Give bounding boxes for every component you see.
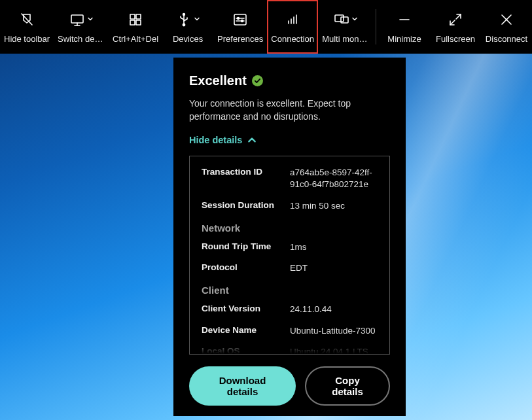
pin-off-icon <box>19 10 35 29</box>
toolbar-label: Ctrl+Alt+Del <box>113 34 158 44</box>
chevron-up-icon <box>247 135 257 145</box>
toolbar-devices[interactable]: Devices <box>162 0 213 54</box>
detail-value: 13 min 50 sec <box>290 200 378 212</box>
svg-line-23 <box>456 14 461 19</box>
detail-row: Session Duration13 min 50 sec <box>202 200 378 212</box>
toolbar-multi-monitor[interactable]: Multi monit... <box>318 0 373 54</box>
usb-icon <box>176 10 200 29</box>
network-heading: Network <box>202 222 378 234</box>
status-ok-icon <box>252 75 263 86</box>
svg-rect-7 <box>136 20 141 25</box>
copy-details-button[interactable]: Copy details <box>305 366 390 406</box>
detail-value: Ubuntu-Latitude-7300 <box>290 325 378 337</box>
toolbar-preferences[interactable]: Preferences <box>213 0 267 54</box>
monitor-icon <box>69 10 94 29</box>
detail-row: Round Trip Time1ms <box>202 241 378 253</box>
toolbar-fullscreen[interactable]: Fullscreen <box>430 0 481 54</box>
toolbar-label: Minimize <box>387 34 421 44</box>
close-icon <box>499 10 514 29</box>
detail-value: a764ab5e-8597-42ff-91c0-64f7b802721e <box>290 167 378 190</box>
svg-rect-11 <box>234 14 246 25</box>
svg-rect-20 <box>335 15 344 22</box>
svg-rect-1 <box>71 15 83 23</box>
svg-line-24 <box>450 20 455 25</box>
toolbar-label: Hide toolbar <box>4 34 50 44</box>
detail-value: 1ms <box>290 241 378 253</box>
minimize-icon <box>397 10 412 29</box>
svg-rect-4 <box>130 14 135 19</box>
detail-row: ProtocolEDT <box>202 262 378 274</box>
detail-value: Ubuntu 24.04.1 LTS (Noble Numbat) <box>290 346 378 355</box>
detail-row: Local OSUbuntu 24.04.1 LTS (Noble Numbat… <box>202 346 378 355</box>
fullscreen-icon <box>448 10 463 29</box>
details-box: Transaction IDa764ab5e-8597-42ff-91c0-64… <box>189 156 390 355</box>
toggle-details-button[interactable]: Hide details <box>189 135 390 145</box>
sliders-icon <box>232 10 248 29</box>
detail-row: Client Version24.11.0.44 <box>202 304 378 315</box>
detail-key: Session Duration <box>202 200 290 212</box>
detail-key: Transaction ID <box>202 167 290 190</box>
toolbar-label: Devices <box>173 34 203 44</box>
toggle-details-label: Hide details <box>189 135 242 145</box>
detail-key: Client Version <box>202 304 290 315</box>
detail-key: Protocol <box>202 262 290 274</box>
toolbar-label: Connection <box>271 34 314 44</box>
toolbar-label: Preferences <box>217 34 263 44</box>
toolbar-hide-toolbar[interactable]: Hide toolbar <box>0 0 54 54</box>
toolbar-disconnect[interactable]: Disconnect <box>481 0 532 54</box>
toolbar-label: Disconnect <box>486 34 527 44</box>
svg-point-10 <box>183 24 185 26</box>
svg-rect-5 <box>136 14 141 19</box>
download-details-button[interactable]: Download details <box>189 366 296 406</box>
toolbar-connection[interactable]: Connection <box>267 0 318 54</box>
toolbar-ctrl-alt-del[interactable]: Ctrl+Alt+Del <box>109 0 162 54</box>
detail-key: Round Trip Time <box>202 241 290 253</box>
detail-value: 24.11.0.44 <box>290 304 378 315</box>
detail-row: Transaction IDa764ab5e-8597-42ff-91c0-64… <box>202 167 378 190</box>
status-title: Excellent <box>189 73 247 88</box>
toolbar-label: Switch desk... <box>58 34 105 44</box>
grid-icon <box>128 10 143 29</box>
monitors-icon <box>334 10 358 29</box>
detail-value: EDT <box>290 262 378 274</box>
signal-icon <box>285 10 300 29</box>
detail-key: Device Name <box>202 325 290 337</box>
toolbar-label: Multi monit... <box>322 34 369 44</box>
connection-panel: Excellent Your connection is excellent. … <box>173 58 406 416</box>
toolbar: Hide toolbarSwitch desk...Ctrl+Alt+DelDe… <box>0 0 532 54</box>
svg-rect-6 <box>130 20 135 25</box>
toolbar-minimize[interactable]: Minimize <box>379 0 430 54</box>
status-description: Your connection is excellent. Expect top… <box>189 97 372 123</box>
toolbar-label: Fullscreen <box>436 34 475 44</box>
detail-key: Local OS <box>202 346 290 355</box>
toolbar-switch-desktop[interactable]: Switch desk... <box>54 0 109 54</box>
client-heading: Client <box>202 285 378 296</box>
detail-row: Device NameUbuntu-Latitude-7300 <box>202 325 378 337</box>
